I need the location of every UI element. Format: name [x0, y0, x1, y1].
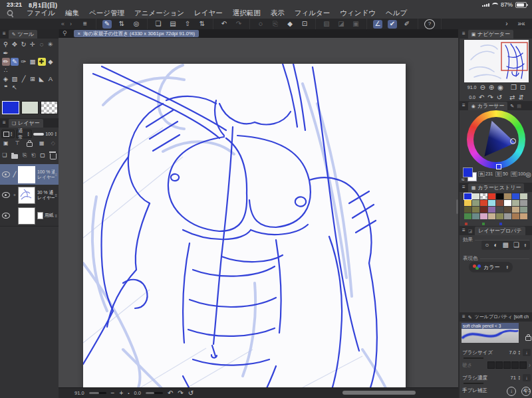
layer-row[interactable]: ▫30 % 通レイヤー1≡	[0, 185, 59, 206]
toolbar-copy-icon[interactable]: ⎘	[271, 20, 280, 29]
tool-brush[interactable]: ✑	[20, 58, 28, 66]
history-swatch[interactable]	[472, 213, 479, 219]
history-swatch[interactable]	[496, 207, 503, 213]
menu-item-5[interactable]: 選択範囲	[233, 9, 261, 18]
history-swatch[interactable]	[464, 193, 471, 199]
lock-transparent-icon[interactable]: ▦	[39, 141, 45, 146]
history-swatch[interactable]	[512, 213, 519, 219]
toolbar-refresh-icon[interactable]: ◌	[256, 20, 265, 29]
tool-rotate[interactable]: ↻	[20, 41, 28, 49]
layer-opacity-slider[interactable]	[33, 133, 44, 136]
menu-item-8[interactable]: ウィンドウ	[340, 9, 376, 18]
sv-cursor[interactable]	[510, 138, 516, 144]
blend-mode-dropdown[interactable]: 通常▲▼	[16, 130, 32, 138]
canvas-zoom-slider[interactable]	[89, 392, 106, 394]
new-folder-icon[interactable]	[11, 154, 18, 159]
toolbar-file-stepper-icon[interactable]: ⇅	[198, 20, 207, 29]
layer-thumbnail[interactable]	[18, 187, 35, 204]
lock-layer-icon[interactable]	[27, 142, 33, 147]
history-swatch[interactable]	[520, 200, 527, 206]
tool-hand[interactable]: ✥	[11, 41, 19, 49]
secondary-color-swatch[interactable]	[21, 101, 39, 114]
layer-thumbnail[interactable]	[18, 207, 35, 225]
layer-thumbnail[interactable]	[18, 166, 35, 183]
rotate-ccw-icon[interactable]: ↶	[168, 390, 173, 397]
effect-stepper[interactable]: ▲▼	[524, 243, 527, 247]
tool-fill[interactable]: ◈	[2, 75, 10, 83]
nav-zoom-in-icon[interactable]: ⊕	[489, 84, 494, 91]
canvas[interactable]	[83, 64, 406, 398]
zoom-in-icon[interactable]: +	[119, 390, 123, 397]
history-swatch[interactable]	[472, 207, 479, 213]
history-swatch[interactable]	[512, 193, 519, 199]
menu-item-1[interactable]: 編集	[65, 9, 79, 18]
toolbar-edit-mode-icon[interactable]: ✎	[102, 20, 112, 29]
restore-default-icon[interactable]: ↓	[507, 387, 516, 396]
tool-gradient[interactable]: ▧	[11, 75, 19, 83]
navigator-menu-icon[interactable]: ≡	[462, 31, 466, 37]
property-stepper[interactable]: ▲▼	[518, 350, 521, 354]
color-set-icon[interactable]: ◎	[525, 171, 531, 178]
history-swatch[interactable]	[464, 200, 471, 206]
tool-decoration[interactable]: ▦	[29, 58, 37, 66]
history-swatch[interactable]	[496, 200, 503, 206]
tool-blend[interactable]: ∴	[2, 66, 10, 74]
history-swatch[interactable]	[520, 193, 527, 199]
color-circle-menu-icon[interactable]: ≡	[462, 103, 466, 108]
toolbar-vector-edit-icon[interactable]: ✐	[402, 20, 412, 29]
history-swatch[interactable]	[488, 193, 495, 199]
duplicate-layer-icon[interactable]: ⎘	[23, 153, 27, 158]
layer-drag-handle[interactable]: ≡	[55, 173, 57, 177]
brush-lock-icon[interactable]	[525, 336, 531, 341]
transfer-layer-icon[interactable]: ⎗	[31, 153, 35, 158]
nav-flip-v-icon[interactable]: ⇵	[518, 94, 523, 101]
menu-item-2[interactable]: ページ管理	[89, 9, 124, 18]
tool-figure[interactable]: ╱	[20, 75, 28, 83]
nav-rotate-cw-icon[interactable]: ↷	[487, 94, 493, 101]
pen-pressure-icon[interactable]: ↓	[523, 349, 531, 356]
canvas-zoom-icon[interactable]: ⚲	[63, 31, 67, 37]
segment-arrow-icon[interactable]: ›	[529, 362, 531, 369]
toolbar-vector-end-icon[interactable]: ✔	[388, 20, 397, 29]
history-swatch[interactable]	[504, 200, 511, 206]
toolbar-main-menu-icon[interactable]: ≡	[80, 20, 90, 29]
menu-item-0[interactable]: ファイル	[27, 9, 55, 18]
history-swatch[interactable]	[520, 207, 527, 213]
history-swatch[interactable]	[480, 193, 487, 199]
tool-balloon[interactable]: ❝	[2, 84, 10, 92]
color-edit-icon[interactable]: ✎	[510, 104, 514, 108]
tab-close-icon[interactable]: ×	[78, 31, 80, 37]
tool-pencil[interactable]: ✏	[2, 58, 10, 66]
tab-navigator[interactable]: ▣ ナビゲーター	[468, 30, 513, 39]
color-extra-icon[interactable]: ▤	[517, 104, 521, 108]
toolbar-vector-start-icon[interactable]: ∠	[373, 20, 382, 29]
history-swatch[interactable]	[480, 207, 487, 213]
history-swatch[interactable]	[504, 193, 511, 199]
nav-flip-h-icon[interactable]: ⇄	[509, 94, 515, 101]
hardness-segments[interactable]	[487, 361, 527, 369]
layer-drag-handle[interactable]: ≡	[55, 193, 57, 197]
history-swatch[interactable]	[472, 200, 479, 206]
brush-preview[interactable]: soft chalk pencil < 3	[462, 323, 519, 343]
history-swatch[interactable]	[488, 213, 495, 219]
pen-pressure-icon[interactable]: ↓	[523, 374, 531, 381]
layer-edit-target-icon[interactable]: ╱	[11, 171, 18, 177]
reference-layer-icon[interactable]: ⊤	[15, 141, 20, 146]
zoom-out-icon[interactable]: −	[111, 390, 115, 397]
toolbar-redo-icon[interactable]: ↷	[234, 20, 243, 29]
toolbar-collapse-arrows[interactable]: «›	[0, 21, 74, 27]
toolbar-arrow-0[interactable]: «	[61, 21, 65, 27]
rotate-cw-icon[interactable]: ↷	[178, 390, 183, 397]
layer-visible-eye-icon[interactable]	[2, 192, 10, 198]
history-swatch[interactable]	[512, 207, 519, 213]
toolbar-undo-icon[interactable]: ↶	[219, 20, 229, 29]
layer-drag-handle[interactable]: ≡	[55, 214, 57, 218]
layer-property-menu-icon[interactable]: ≡	[462, 228, 466, 233]
nav-fit-screen-icon[interactable]: ❐	[511, 84, 517, 91]
toolbar-select-rect-icon[interactable]: ▧	[322, 20, 331, 29]
new-layer-icon[interactable]: ❏	[2, 153, 7, 158]
layer-edit-target-icon[interactable]: ▫	[11, 192, 18, 198]
tool-zoom[interactable]: ⚲	[2, 41, 10, 49]
tool-flag[interactable]: ◣	[38, 75, 46, 83]
history-swatch[interactable]	[520, 213, 527, 219]
